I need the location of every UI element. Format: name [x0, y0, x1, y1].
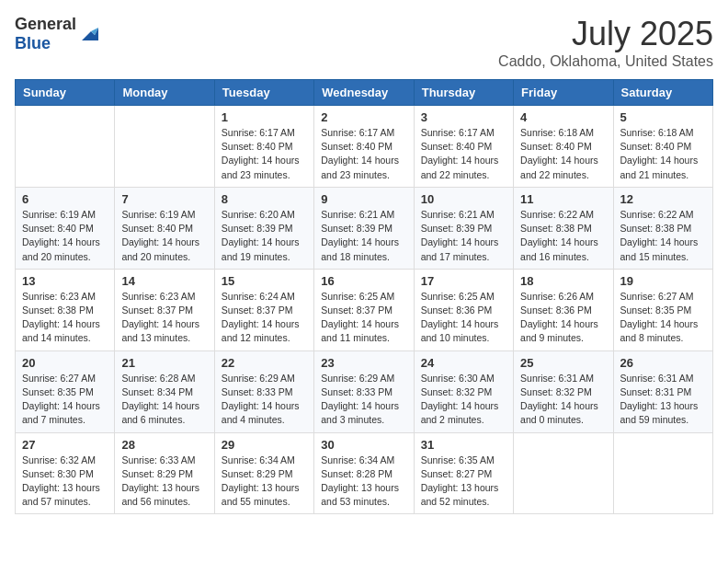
cell-content: Sunrise: 6:34 AMSunset: 8:28 PMDaylight:…	[321, 454, 406, 510]
day-number: 16	[321, 274, 406, 288]
calendar-week-2: 6Sunrise: 6:19 AMSunset: 8:40 PMDaylight…	[16, 187, 713, 269]
calendar-cell: 25Sunrise: 6:31 AMSunset: 8:32 PMDayligh…	[514, 350, 613, 432]
calendar-cell: 20Sunrise: 6:27 AMSunset: 8:35 PMDayligh…	[16, 350, 115, 432]
calendar-cell: 13Sunrise: 6:23 AMSunset: 8:38 PMDayligh…	[16, 269, 115, 350]
title-block: July 2025 Caddo, Oklahoma, United States	[498, 15, 713, 70]
day-number: 8	[222, 192, 307, 206]
calendar-cell: 9Sunrise: 6:21 AMSunset: 8:39 PMDaylight…	[314, 187, 414, 269]
calendar-cell: 6Sunrise: 6:19 AMSunset: 8:40 PMDaylight…	[16, 187, 115, 269]
calendar-cell: 26Sunrise: 6:31 AMSunset: 8:31 PMDayligh…	[613, 350, 712, 432]
weekday-header-sunday: Sunday	[16, 80, 115, 106]
cell-content: Sunrise: 6:34 AMSunset: 8:29 PMDaylight:…	[222, 454, 307, 510]
page-header: General Blue July 2025 Caddo, Oklahoma, …	[15, 15, 713, 70]
day-number: 4	[520, 110, 606, 124]
weekday-header-monday: Monday	[115, 80, 214, 106]
cell-content: Sunrise: 6:33 AMSunset: 8:29 PMDaylight:…	[121, 454, 207, 510]
day-number: 25	[520, 356, 606, 370]
day-number: 26	[620, 356, 706, 370]
calendar-cell: 22Sunrise: 6:29 AMSunset: 8:33 PMDayligh…	[214, 350, 313, 432]
calendar-cell: 18Sunrise: 6:26 AMSunset: 8:36 PMDayligh…	[514, 269, 613, 350]
cell-content: Sunrise: 6:31 AMSunset: 8:32 PMDaylight:…	[520, 372, 606, 428]
day-number: 10	[421, 192, 506, 206]
calendar-week-4: 20Sunrise: 6:27 AMSunset: 8:35 PMDayligh…	[16, 350, 713, 432]
calendar-cell: 31Sunrise: 6:35 AMSunset: 8:27 PMDayligh…	[414, 432, 513, 514]
cell-content: Sunrise: 6:30 AMSunset: 8:32 PMDaylight:…	[421, 372, 506, 428]
day-number: 28	[121, 438, 207, 452]
logo-text: General Blue	[15, 15, 76, 53]
calendar-cell: 19Sunrise: 6:27 AMSunset: 8:35 PMDayligh…	[613, 269, 712, 350]
calendar-cell	[613, 432, 712, 514]
cell-content: Sunrise: 6:28 AMSunset: 8:34 PMDaylight:…	[121, 372, 207, 428]
logo-general: General	[15, 15, 76, 33]
calendar-cell: 11Sunrise: 6:22 AMSunset: 8:38 PMDayligh…	[514, 187, 613, 269]
cell-content: Sunrise: 6:25 AMSunset: 8:37 PMDaylight:…	[321, 290, 406, 346]
calendar-cell: 24Sunrise: 6:30 AMSunset: 8:32 PMDayligh…	[414, 350, 513, 432]
day-number: 17	[421, 274, 506, 288]
cell-content: Sunrise: 6:26 AMSunset: 8:36 PMDaylight:…	[520, 290, 606, 346]
calendar-cell: 16Sunrise: 6:25 AMSunset: 8:37 PMDayligh…	[314, 269, 414, 350]
day-number: 7	[121, 192, 207, 206]
cell-content: Sunrise: 6:17 AMSunset: 8:40 PMDaylight:…	[321, 126, 406, 182]
day-number: 19	[620, 274, 706, 288]
cell-content: Sunrise: 6:18 AMSunset: 8:40 PMDaylight:…	[620, 126, 706, 182]
day-number: 27	[22, 438, 108, 452]
page-subtitle: Caddo, Oklahoma, United States	[498, 53, 713, 70]
day-number: 5	[620, 110, 706, 124]
cell-content: Sunrise: 6:27 AMSunset: 8:35 PMDaylight:…	[22, 372, 108, 428]
cell-content: Sunrise: 6:23 AMSunset: 8:37 PMDaylight:…	[121, 290, 207, 346]
cell-content: Sunrise: 6:20 AMSunset: 8:39 PMDaylight:…	[222, 208, 307, 264]
weekday-header-wednesday: Wednesday	[314, 80, 414, 106]
calendar-cell: 7Sunrise: 6:19 AMSunset: 8:40 PMDaylight…	[115, 187, 214, 269]
cell-content: Sunrise: 6:29 AMSunset: 8:33 PMDaylight:…	[321, 372, 406, 428]
cell-content: Sunrise: 6:18 AMSunset: 8:40 PMDaylight:…	[520, 126, 606, 182]
cell-content: Sunrise: 6:32 AMSunset: 8:30 PMDaylight:…	[22, 454, 108, 510]
calendar-cell: 5Sunrise: 6:18 AMSunset: 8:40 PMDaylight…	[613, 106, 712, 188]
logo-blue: Blue	[15, 34, 51, 52]
calendar-cell: 29Sunrise: 6:34 AMSunset: 8:29 PMDayligh…	[214, 432, 313, 514]
day-number: 1	[222, 110, 307, 124]
calendar-cell: 30Sunrise: 6:34 AMSunset: 8:28 PMDayligh…	[314, 432, 414, 514]
calendar-cell	[514, 432, 613, 514]
cell-content: Sunrise: 6:31 AMSunset: 8:31 PMDaylight:…	[620, 372, 706, 428]
calendar-cell: 28Sunrise: 6:33 AMSunset: 8:29 PMDayligh…	[115, 432, 214, 514]
day-number: 15	[222, 274, 307, 288]
calendar-cell: 1Sunrise: 6:17 AMSunset: 8:40 PMDaylight…	[214, 106, 313, 188]
cell-content: Sunrise: 6:27 AMSunset: 8:35 PMDaylight:…	[620, 290, 706, 346]
cell-content: Sunrise: 6:29 AMSunset: 8:33 PMDaylight:…	[222, 372, 307, 428]
cell-content: Sunrise: 6:21 AMSunset: 8:39 PMDaylight:…	[321, 208, 406, 264]
day-number: 14	[121, 274, 207, 288]
day-number: 24	[421, 356, 506, 370]
cell-content: Sunrise: 6:21 AMSunset: 8:39 PMDaylight:…	[421, 208, 506, 264]
calendar-cell: 3Sunrise: 6:17 AMSunset: 8:40 PMDaylight…	[414, 106, 513, 188]
day-number: 23	[321, 356, 406, 370]
page-title: July 2025	[498, 15, 713, 53]
cell-content: Sunrise: 6:23 AMSunset: 8:38 PMDaylight:…	[22, 290, 108, 346]
weekday-header-saturday: Saturday	[613, 80, 712, 106]
day-number: 20	[22, 356, 108, 370]
weekday-header-tuesday: Tuesday	[214, 80, 313, 106]
day-number: 29	[222, 438, 307, 452]
calendar-cell: 21Sunrise: 6:28 AMSunset: 8:34 PMDayligh…	[115, 350, 214, 432]
day-number: 12	[620, 192, 706, 206]
day-number: 11	[520, 192, 606, 206]
calendar-cell: 8Sunrise: 6:20 AMSunset: 8:39 PMDaylight…	[214, 187, 313, 269]
calendar-cell: 27Sunrise: 6:32 AMSunset: 8:30 PMDayligh…	[16, 432, 115, 514]
calendar-cell: 12Sunrise: 6:22 AMSunset: 8:38 PMDayligh…	[613, 187, 712, 269]
cell-content: Sunrise: 6:19 AMSunset: 8:40 PMDaylight:…	[121, 208, 207, 264]
calendar-cell: 10Sunrise: 6:21 AMSunset: 8:39 PMDayligh…	[414, 187, 513, 269]
weekday-header-thursday: Thursday	[414, 80, 513, 106]
calendar-cell	[16, 106, 115, 188]
logo-icon	[78, 24, 98, 44]
day-number: 2	[321, 110, 406, 124]
cell-content: Sunrise: 6:17 AMSunset: 8:40 PMDaylight:…	[421, 126, 506, 182]
weekday-header-row: SundayMondayTuesdayWednesdayThursdayFrid…	[16, 80, 713, 106]
calendar-cell	[115, 106, 214, 188]
day-number: 21	[121, 356, 207, 370]
day-number: 3	[421, 110, 506, 124]
calendar-week-5: 27Sunrise: 6:32 AMSunset: 8:30 PMDayligh…	[16, 432, 713, 514]
calendar-cell: 14Sunrise: 6:23 AMSunset: 8:37 PMDayligh…	[115, 269, 214, 350]
calendar-cell: 4Sunrise: 6:18 AMSunset: 8:40 PMDaylight…	[514, 106, 613, 188]
day-number: 31	[421, 438, 506, 452]
day-number: 22	[222, 356, 307, 370]
day-number: 13	[22, 274, 108, 288]
